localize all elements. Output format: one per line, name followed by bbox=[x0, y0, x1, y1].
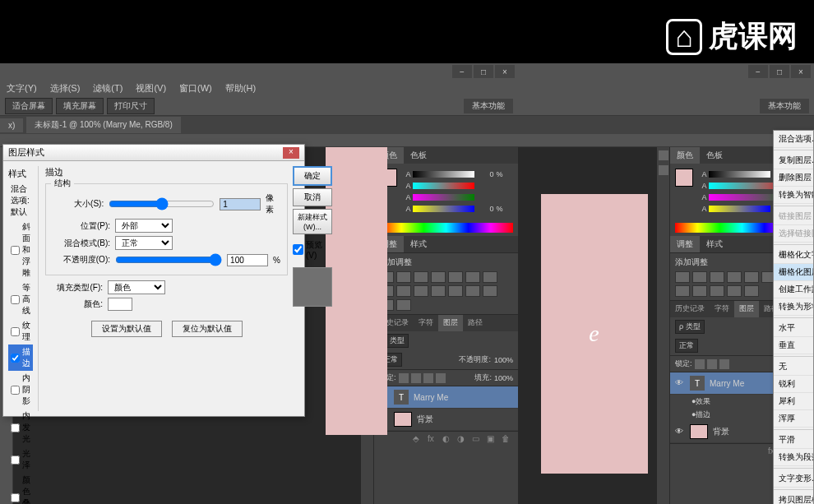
context-menu-item[interactable]: 水平 bbox=[774, 320, 813, 337]
slider[interactable] bbox=[413, 183, 474, 189]
opacity-value[interactable]: 100% bbox=[494, 356, 513, 364]
context-menu-item[interactable]: 栅格化文字 bbox=[774, 247, 813, 264]
size-slider[interactable] bbox=[109, 197, 215, 210]
layer-name[interactable]: 背景 bbox=[417, 414, 433, 425]
context-menu-item[interactable]: 犀利 bbox=[774, 393, 813, 410]
styles-tab[interactable]: 样式 bbox=[404, 236, 433, 252]
adj-icon[interactable] bbox=[414, 285, 428, 297]
size-input[interactable] bbox=[220, 198, 261, 210]
menu-view[interactable]: 视图(V) bbox=[136, 82, 166, 95]
lock-icon[interactable] bbox=[695, 359, 705, 369]
context-menu-item[interactable]: 无 bbox=[774, 358, 813, 376]
context-menu-item[interactable]: 混合选项... bbox=[774, 131, 813, 148]
context-menu-item[interactable]: 创建工作路径 bbox=[774, 281, 813, 298]
style-item[interactable]: 描边 bbox=[8, 344, 33, 371]
character-tab[interactable]: 字符 bbox=[710, 301, 734, 317]
adj-icon[interactable] bbox=[710, 285, 724, 297]
adj-icon[interactable] bbox=[692, 285, 707, 297]
slider[interactable] bbox=[709, 206, 770, 212]
new-style-button[interactable]: 新建样式(W)... bbox=[293, 209, 332, 234]
adj-icon[interactable] bbox=[675, 285, 690, 297]
paths-tab[interactable]: 路径 bbox=[463, 315, 488, 331]
preview-checkbox[interactable]: 预览(V) bbox=[293, 239, 332, 260]
context-menu-item[interactable]: 链接图层 bbox=[774, 208, 813, 225]
blend-mode-select[interactable]: 正常 bbox=[675, 339, 698, 353]
slider[interactable] bbox=[413, 171, 474, 178]
opacity-input[interactable] bbox=[227, 254, 268, 266]
trash-icon[interactable]: 🗑 bbox=[502, 434, 513, 444]
context-menu-item[interactable]: 删除图层 bbox=[774, 169, 813, 187]
lock-icon[interactable] bbox=[423, 373, 433, 383]
context-menu-item[interactable]: 锐利 bbox=[774, 376, 813, 393]
style-item[interactable]: 混合选项:默认 bbox=[8, 182, 33, 220]
history-tab[interactable]: 历史记录 bbox=[670, 301, 710, 317]
close-button[interactable]: × bbox=[791, 65, 811, 78]
minimize-button[interactable]: − bbox=[452, 65, 472, 78]
layer-kind-filter[interactable]: ρ 类型 bbox=[675, 320, 705, 334]
close-button[interactable]: × bbox=[495, 65, 515, 78]
context-menu-item[interactable]: 转换为段落文本 bbox=[774, 449, 813, 466]
slider[interactable] bbox=[709, 171, 770, 178]
fill-type-select[interactable]: 颜色 bbox=[108, 280, 165, 294]
workspace-switcher[interactable]: 基本功能 bbox=[760, 99, 809, 113]
adj-icon[interactable] bbox=[675, 271, 690, 283]
fx-icon[interactable]: fx bbox=[428, 434, 439, 444]
context-menu-item[interactable]: 文字变形... bbox=[774, 470, 813, 488]
canvas[interactable] bbox=[326, 147, 387, 435]
new-layer-icon[interactable]: ▣ bbox=[487, 434, 498, 444]
opt-fit-screen[interactable]: 适合屏幕 bbox=[5, 98, 53, 114]
mask-icon[interactable]: ◐ bbox=[442, 434, 454, 444]
ok-button[interactable]: 确定 bbox=[293, 166, 332, 186]
adj-icon[interactable] bbox=[465, 285, 480, 297]
menu-help[interactable]: 帮助(H) bbox=[225, 82, 256, 95]
adj-icon[interactable] bbox=[483, 271, 497, 283]
slider-value[interactable]: 0 bbox=[477, 205, 493, 213]
canvas[interactable]: e bbox=[541, 194, 648, 474]
adj-icon[interactable] bbox=[465, 271, 480, 283]
slider[interactable] bbox=[413, 206, 474, 212]
set-default-button[interactable]: 设置为默认值 bbox=[91, 321, 162, 337]
context-menu-item[interactable]: 选择链接图层 bbox=[774, 225, 813, 243]
slider[interactable] bbox=[413, 194, 474, 201]
position-select[interactable]: 外部 bbox=[115, 219, 173, 233]
layer-row-background[interactable]: 👁 背景 bbox=[374, 409, 518, 431]
opt-print-size[interactable]: 打印尺寸 bbox=[107, 98, 155, 114]
workspace-switcher[interactable]: 基本功能 bbox=[464, 99, 513, 113]
canvas-area[interactable]: e bbox=[518, 147, 657, 504]
lock-icon[interactable] bbox=[707, 359, 717, 369]
context-menu-item[interactable]: 浑厚 bbox=[774, 410, 813, 428]
adjustment-icon[interactable]: ◑ bbox=[457, 434, 469, 444]
adj-icon[interactable] bbox=[744, 285, 759, 297]
adj-icon[interactable] bbox=[727, 271, 742, 283]
style-item[interactable]: 光泽 bbox=[8, 446, 33, 473]
reset-default-button[interactable]: 复位为默认值 bbox=[172, 321, 243, 337]
slider-value[interactable]: 0 bbox=[477, 170, 493, 178]
maximize-button[interactable]: □ bbox=[474, 65, 493, 78]
fg-color-swatch[interactable] bbox=[675, 169, 693, 187]
swatches-tab[interactable]: 色板 bbox=[700, 147, 729, 164]
layers-tab[interactable]: 图层 bbox=[438, 315, 463, 331]
context-menu-item[interactable]: 平滑 bbox=[774, 432, 813, 449]
layer-name[interactable]: Marry Me bbox=[414, 393, 448, 402]
fill-value[interactable]: 100% bbox=[494, 374, 513, 382]
character-tab[interactable]: 字符 bbox=[414, 315, 438, 331]
style-item[interactable]: 斜面和浮雕 bbox=[8, 220, 33, 280]
document-tab[interactable]: 未标题-1 @ 100% (Marry Me, RGB/8) bbox=[26, 117, 180, 133]
maximize-button[interactable]: □ bbox=[770, 65, 789, 78]
layer-name[interactable]: 背景 bbox=[713, 426, 729, 437]
adj-icon[interactable] bbox=[431, 271, 446, 283]
layers-tab[interactable]: 图层 bbox=[734, 301, 759, 317]
visibility-icon[interactable]: 👁 bbox=[675, 378, 685, 388]
color-chip[interactable] bbox=[108, 298, 132, 311]
style-item[interactable]: 等高线 bbox=[8, 280, 33, 318]
adj-icon[interactable] bbox=[710, 271, 724, 283]
adj-icon[interactable] bbox=[448, 271, 463, 283]
menu-window[interactable]: 窗口(W) bbox=[179, 82, 212, 95]
strip-icon[interactable] bbox=[659, 150, 668, 160]
style-item[interactable]: 内发光 bbox=[8, 409, 33, 446]
visibility-icon[interactable]: 👁 bbox=[675, 427, 685, 437]
styles-tab[interactable]: 样式 bbox=[700, 236, 729, 252]
opt-fill-screen[interactable]: 填充屏幕 bbox=[56, 98, 104, 114]
context-menu-item[interactable]: 复制图层... bbox=[774, 152, 813, 169]
adj-icon[interactable] bbox=[396, 285, 411, 297]
